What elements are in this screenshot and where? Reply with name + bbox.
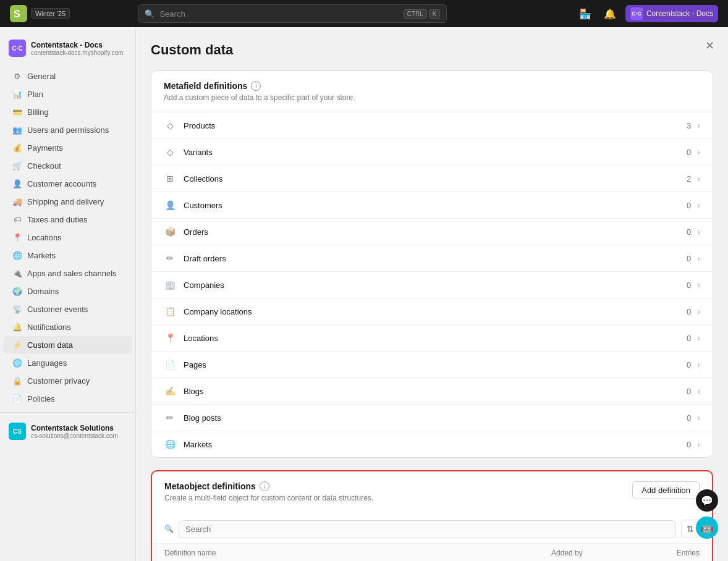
sidebar-items-list: ⚙ General 📊 Plan 💳 Billing 👥 Users and p…	[0, 67, 135, 407]
store-profile-button[interactable]: C·C Contentstack - Docs	[625, 5, 718, 22]
sidebar-item-policies[interactable]: 📄 Policies	[4, 390, 132, 407]
draft-orders-row-chevron: ›	[697, 253, 700, 263]
products-row-name: Products	[184, 121, 679, 130]
sidebar-item-label: Languages	[27, 358, 67, 368]
metaobject-definitions-card: Metaobject definitions i Create a multi-…	[151, 470, 713, 561]
col-header-added: Added by	[551, 549, 650, 557]
sidebar-item-label: Notifications	[27, 323, 71, 332]
metafield-info-icon[interactable]: i	[251, 81, 261, 91]
metafield-row-companies[interactable]: 🏢 Companies 0 ›	[151, 271, 713, 298]
sidebar-item-locations[interactable]: 📍 Locations	[4, 229, 132, 246]
secondary-store[interactable]: CS Contentstack Solutions cs-solutions@c…	[0, 418, 135, 445]
company-locations-row-count: 0	[679, 307, 691, 316]
markets-icon: 🌐	[12, 250, 22, 260]
metafield-row-orders[interactable]: 📦 Orders 0 ›	[151, 218, 713, 245]
sidebar-item-markets[interactable]: 🌐 Markets	[4, 247, 132, 264]
close-button[interactable]: ✕	[701, 37, 718, 54]
blog-posts-row-name: Blog posts	[184, 413, 679, 423]
companies-row-chevron: ›	[697, 280, 700, 290]
metafield-row-markets[interactable]: 🌐 Markets 0 ›	[151, 431, 713, 457]
search-bar[interactable]: 🔍 Search CTRL K	[138, 4, 447, 23]
metafield-row-products[interactable]: ◇ Products 3 ›	[151, 112, 713, 138]
top-navigation: S Winter '25 🔍 Search CTRL K 🏪 🔔 C·C Con…	[0, 0, 728, 27]
metafield-row-blog-posts[interactable]: ✏ Blog posts 0 ›	[151, 404, 713, 431]
privacy-icon: 🔒	[12, 376, 22, 386]
plan-icon: 📊	[12, 89, 22, 99]
sidebar-item-customer-privacy[interactable]: 🔒 Customer privacy	[4, 372, 132, 389]
sidebar-item-customer-accounts[interactable]: 👤 Customer accounts	[4, 175, 132, 192]
blogs-row-icon: ✍	[164, 385, 176, 397]
blog-posts-row-chevron: ›	[697, 413, 700, 423]
metaobject-search-input[interactable]	[179, 520, 676, 538]
products-row-icon: ◇	[164, 119, 176, 132]
sidebar-item-billing[interactable]: 💳 Billing	[4, 103, 132, 120]
metafield-items-list: ◇ Products 3 › ◇ Variants 0 › ⊞ Collecti…	[151, 112, 713, 457]
customers-row-name: Customers	[184, 201, 679, 210]
metafield-definitions-card: Metafield definitions i Add a custom pie…	[151, 70, 713, 458]
draft-orders-row-count: 0	[679, 254, 691, 263]
page-title: Custom data	[151, 42, 713, 58]
metafield-row-pages[interactable]: 📄 Pages 0 ›	[151, 351, 713, 378]
metafield-row-customers[interactable]: 👤 Customers 0 ›	[151, 192, 713, 218]
sidebar-item-customer-events[interactable]: 📡 Customer events	[4, 300, 132, 318]
svg-text:S: S	[14, 9, 20, 19]
chat-widget-2[interactable]: 🤖	[696, 517, 718, 539]
sidebar-item-general[interactable]: ⚙ General	[4, 67, 132, 85]
shipping-icon: 🚚	[12, 196, 22, 206]
blog-posts-row-icon: ✏	[164, 411, 176, 424]
sidebar-item-custom-data[interactable]: ⚡ Custom data	[4, 336, 132, 353]
store-avatar-sidebar: C·C	[9, 40, 26, 57]
collections-row-icon: ⊞	[164, 172, 176, 185]
metafield-row-variants[interactable]: ◇ Variants 0 ›	[151, 138, 713, 165]
locations-row-chevron: ›	[697, 333, 700, 343]
customers-row-chevron: ›	[697, 200, 700, 210]
billing-icon: 💳	[12, 107, 22, 117]
sidebar-item-label: Shipping and delivery	[27, 197, 104, 206]
store-name-sidebar: Contentstack - Docs	[31, 41, 123, 49]
metafield-row-collections[interactable]: ⊞ Collections 2 ›	[151, 165, 713, 192]
store-icon-button[interactable]: 🏪	[576, 4, 595, 23]
blogs-row-name: Blogs	[184, 387, 679, 396]
policies-icon: 📄	[12, 394, 22, 403]
sidebar-item-payments[interactable]: 💰 Payments	[4, 139, 132, 156]
orders-row-count: 0	[679, 227, 691, 237]
nav-right: 🏪 🔔 C·C Contentstack - Docs	[576, 4, 718, 23]
metaobject-info-icon[interactable]: i	[260, 481, 269, 491]
add-definition-button[interactable]: Add definition	[632, 481, 700, 499]
main-content: Custom data Metafield definitions i Add …	[136, 27, 728, 561]
store-avatar: C·C	[630, 7, 643, 20]
sidebar-item-plan[interactable]: 📊 Plan	[4, 85, 132, 103]
sidebar-item-notifications[interactable]: 🔔 Notifications	[4, 318, 132, 335]
orders-row-chevron: ›	[697, 227, 700, 237]
sidebar-item-label: Domains	[27, 287, 59, 296]
markets-row-count: 0	[679, 440, 691, 449]
sidebar-item-shipping[interactable]: 🚚 Shipping and delivery	[4, 193, 132, 210]
sidebar-item-domains[interactable]: 🌍 Domains	[4, 282, 132, 300]
metaobject-table-header: Definition name Added by Entries	[152, 544, 712, 561]
company-locations-row-chevron: ›	[697, 306, 700, 316]
metafield-row-locations[interactable]: 📍 Locations 0 ›	[151, 324, 713, 351]
customers-row-icon: 👤	[164, 199, 176, 211]
sidebar-item-users[interactable]: 👥 Users and permissions	[4, 121, 132, 138]
metafield-row-draft-orders[interactable]: ✏ Draft orders 0 ›	[151, 245, 713, 271]
metafield-row-company-locations[interactable]: 📋 Company locations 0 ›	[151, 298, 713, 324]
logo-area[interactable]: S Winter '25	[10, 5, 70, 22]
sidebar-item-apps[interactable]: 🔌 Apps and sales channels	[4, 264, 132, 282]
variants-row-icon: ◇	[164, 146, 176, 158]
metafield-row-blogs[interactable]: ✍ Blogs 0 ›	[151, 378, 713, 404]
payments-icon: 💰	[12, 143, 22, 153]
products-row-chevron: ›	[697, 120, 700, 130]
pages-row-icon: 📄	[164, 358, 176, 371]
sidebar-item-checkout[interactable]: 🛒 Checkout	[4, 157, 132, 174]
metaobject-search-row: 🔍 ⇅	[152, 515, 712, 544]
sidebar-item-taxes[interactable]: 🏷 Taxes and duties	[4, 211, 132, 228]
store-info[interactable]: C·C Contentstack - Docs contentstack-doc…	[0, 35, 135, 67]
markets-row-name: Markets	[184, 440, 679, 449]
chat-widget-1[interactable]: 💬	[696, 489, 718, 512]
notifications-button[interactable]: 🔔	[601, 4, 619, 23]
locations-row-name: Locations	[184, 334, 679, 343]
apps-icon: 🔌	[12, 268, 22, 278]
sidebar-bottom: CS Contentstack Solutions cs-solutions@c…	[0, 412, 135, 445]
sidebar-item-languages[interactable]: 🌐 Languages	[4, 354, 132, 371]
variants-row-count: 0	[679, 148, 691, 157]
